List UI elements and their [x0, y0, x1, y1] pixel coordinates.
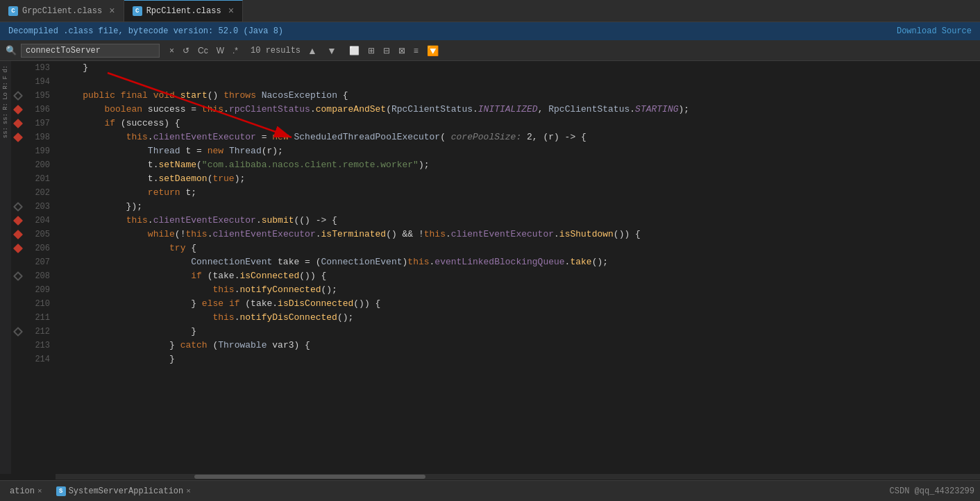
line-num-194: 194: [25, 75, 50, 89]
refresh-search-button[interactable]: ↺: [180, 44, 192, 57]
left-label-d[interactable]: d:: [1, 64, 10, 74]
toggle-view-button5[interactable]: ≡: [411, 44, 421, 57]
toggle-view-button2[interactable]: ⊞: [365, 44, 378, 57]
rpc-tab-icon: C: [133, 6, 142, 16]
tab-rpc[interactable]: C RpcClient.class ×: [124, 0, 243, 22]
code-line-207: ConnectionEvent take = (ConnectionEvent)…: [61, 255, 980, 269]
left-label-ss2[interactable]: ss:: [1, 126, 10, 139]
line-num-205: 205: [25, 228, 50, 241]
search-bar: 🔍 × ↺ Cc W .* 10 results ▲ ▼ ⬜ ⊞ ⊟ ⊠ ≡ 🔽: [0, 40, 980, 61]
code-line-204: this.clientEventExecutor.submit(() -> {: [61, 214, 980, 228]
line-num-204: 204: [25, 214, 50, 228]
download-source-link[interactable]: Download Source: [897, 26, 972, 36]
left-label-r2[interactable]: R:: [1, 101, 10, 112]
code-line-199: Thread t = new Thread(r);: [61, 144, 980, 158]
code-line-193: }: [61, 61, 980, 75]
breakpoint-212[interactable]: [11, 325, 25, 339]
rpc-tab-close[interactable]: ×: [228, 6, 234, 17]
grpc-tab-close[interactable]: ×: [109, 6, 115, 17]
breakpoint-196[interactable]: [11, 103, 25, 117]
breakpoint-column: [11, 61, 25, 474]
bottom-tab-system-server-label: SystemServerApplication: [69, 486, 184, 496]
code-line-197: if (success) {: [61, 117, 980, 130]
line-num-209: 209: [25, 283, 50, 297]
bottom-tab-ation-label: ation: [10, 486, 35, 496]
line-num-201: 201: [25, 172, 50, 186]
regex-button[interactable]: .*: [230, 44, 241, 57]
code-line-208: if (take.isConnected()) {: [61, 269, 980, 283]
code-line-202: return t;: [61, 186, 980, 200]
horizontal-scrollbar[interactable]: [56, 474, 980, 479]
filter-button[interactable]: 🔽: [424, 44, 441, 58]
toggle-view-button3[interactable]: ⊟: [380, 44, 393, 57]
line-num-200: 200: [25, 158, 50, 172]
line-num-197: 197: [25, 117, 50, 130]
breakpoint-208[interactable]: [11, 269, 25, 283]
line-numbers: 193 194 195 196 197 198 199 200 201 202 …: [25, 61, 56, 474]
line-num-212: 212: [25, 325, 50, 339]
line-num-196: 196: [25, 103, 50, 117]
bottom-tab-ation[interactable]: ation ×: [6, 485, 47, 498]
next-result-button[interactable]: ▼: [324, 44, 339, 58]
code-line-201: t.setDaemon(true);: [61, 172, 980, 186]
line-num-208: 208: [25, 269, 50, 283]
line-num-195: 195: [25, 89, 50, 103]
search-filter-buttons: ⬜ ⊞ ⊟ ⊠ ≡ 🔽: [346, 44, 441, 58]
bottom-right-info: CSDN @qq_44323299: [890, 486, 974, 496]
breakpoint-195[interactable]: [11, 89, 25, 103]
search-input[interactable]: [21, 44, 160, 58]
bottom-tab-system-server[interactable]: S SystemServerApplication ×: [52, 485, 195, 498]
tab-grpc[interactable]: C GrpcClient.class ×: [0, 0, 124, 22]
line-num-213: 213: [25, 339, 50, 353]
breakpoint-198[interactable]: [11, 130, 25, 144]
code-line-200: t.setName("com.alibaba.nacos.client.remo…: [61, 158, 980, 172]
line-num-207: 207: [25, 255, 50, 269]
code-line-213: } catch (Throwable var3) {: [61, 339, 980, 353]
toggle-view-button1[interactable]: ⬜: [346, 44, 362, 57]
code-line-203: });: [61, 200, 980, 214]
line-num-193: 193: [25, 61, 50, 75]
breakpoint-206[interactable]: [11, 241, 25, 255]
info-bar: Decompiled .class file, bytecode version…: [0, 22, 980, 40]
breakpoint-203[interactable]: [11, 200, 25, 214]
code-line-212: }: [61, 325, 980, 339]
bottom-tab-system-server-close[interactable]: ×: [186, 487, 191, 495]
left-label-lo[interactable]: Lo: [1, 91, 10, 101]
breakpoint-197[interactable]: [11, 117, 25, 130]
rpc-tab-label: RpcClient.class: [146, 6, 221, 16]
line-num-202: 202: [25, 186, 50, 200]
bottom-bar: ation × S SystemServerApplication × CSDN…: [0, 480, 980, 501]
search-action-buttons: × ↺ Cc W .*: [167, 44, 241, 57]
line-num-199: 199: [25, 144, 50, 158]
code-line-196: boolean success = this.rpcClientStatus.c…: [61, 103, 980, 117]
code-line-206: try {: [61, 241, 980, 255]
toggle-view-button4[interactable]: ⊠: [396, 44, 408, 57]
scroll-thumb[interactable]: [194, 475, 425, 479]
line-num-203: 203: [25, 200, 50, 214]
tab-bar: C GrpcClient.class × C RpcClient.class ×: [0, 0, 980, 22]
bottom-tab-ation-close[interactable]: ×: [37, 487, 42, 495]
code-line-210: } else if (take.isDisConnected()) {: [61, 297, 980, 311]
code-line-195: public final void start() throws NacosEx…: [61, 89, 980, 103]
prev-result-button[interactable]: ▲: [305, 44, 320, 58]
breakpoint-204[interactable]: [11, 214, 25, 228]
clear-search-button[interactable]: ×: [167, 44, 177, 57]
grpc-tab-icon: C: [8, 6, 18, 16]
grpc-tab-label: GrpcClient.class: [22, 6, 102, 16]
left-label-r1[interactable]: R:: [1, 80, 10, 91]
code-line-214: }: [61, 353, 980, 366]
line-num-211: 211: [25, 311, 50, 325]
code-line-205: while(!this.clientEventExecutor.isTermin…: [61, 228, 980, 241]
search-results-count: 10 results: [251, 46, 301, 56]
code-content: } public final void start() throws Nacos…: [56, 61, 980, 474]
code-line-209: this.notifyConnected();: [61, 283, 980, 297]
line-num-198: 198: [25, 130, 50, 144]
whole-word-button[interactable]: W: [214, 44, 227, 57]
line-num-210: 210: [25, 297, 50, 311]
left-label-f[interactable]: F: [1, 74, 10, 80]
breakpoint-205[interactable]: [11, 228, 25, 241]
code-line-194: [61, 75, 980, 89]
info-message: Decompiled .class file, bytecode version…: [8, 26, 283, 36]
case-sensitive-button[interactable]: Cc: [195, 44, 211, 57]
left-label-ss1[interactable]: ss:: [1, 112, 10, 126]
